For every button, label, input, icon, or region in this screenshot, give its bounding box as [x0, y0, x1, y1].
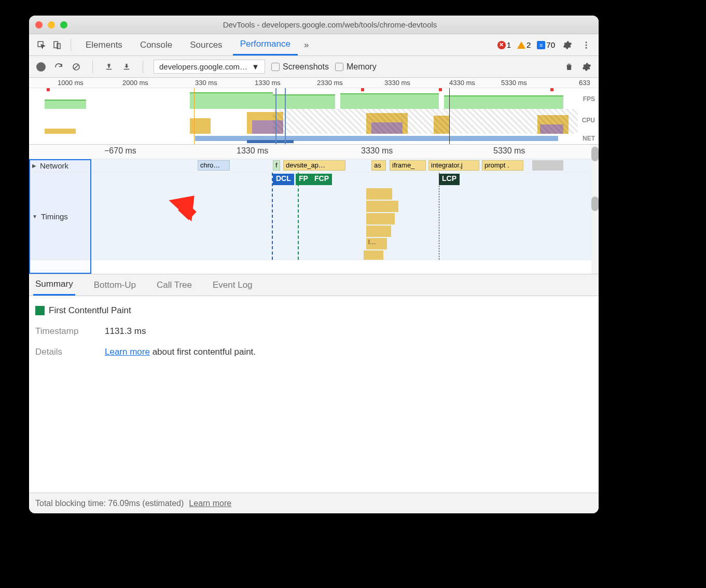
- warning-icon: [517, 41, 525, 49]
- footer-learn-more-link[interactable]: Learn more: [189, 499, 231, 508]
- ruler-tick: 2330 ms: [317, 79, 343, 87]
- screenshots-checkbox[interactable]: Screenshots: [271, 62, 329, 72]
- network-request[interactable]: [532, 160, 563, 171]
- dcl-badge[interactable]: DCL: [273, 174, 294, 185]
- scrollbar-thumb[interactable]: [591, 197, 599, 211]
- capture-settings-icon[interactable]: [581, 61, 592, 73]
- tab-sources[interactable]: Sources: [183, 34, 229, 55]
- ruler-tick: 2000 ms: [122, 79, 148, 87]
- network-request[interactable]: chro…: [198, 160, 230, 171]
- error-count[interactable]: ✕ 1: [497, 40, 511, 49]
- network-request[interactable]: f: [273, 160, 280, 171]
- net-band: [29, 134, 578, 144]
- event-name: First Contentful Paint: [49, 305, 131, 316]
- tab-summary[interactable]: Summary: [33, 274, 75, 296]
- error-icon: ✕: [497, 41, 506, 49]
- clear-button[interactable]: [71, 61, 82, 73]
- details-label: Details: [35, 347, 92, 357]
- ruler-tick: −670 ms: [104, 146, 136, 156]
- network-track-label: Network: [40, 161, 68, 170]
- tab-bottom-up[interactable]: Bottom-Up: [92, 274, 138, 296]
- tab-elements[interactable]: Elements: [78, 34, 130, 55]
- dcl-line: [272, 173, 273, 260]
- warning-count[interactable]: 2: [517, 40, 531, 49]
- details-tail: about first contentful paint.: [150, 347, 256, 357]
- checkbox-icon: [271, 63, 280, 71]
- ruler-tick: 1330 ms: [255, 79, 281, 87]
- warning-count-value: 2: [527, 40, 531, 49]
- timings-track-label: Timings: [41, 212, 68, 221]
- fcp-line: [298, 173, 299, 260]
- maximize-window-button[interactable]: [60, 21, 67, 29]
- record-button[interactable]: [35, 61, 47, 73]
- long-task[interactable]: [366, 226, 391, 237]
- scrollbar-thumb[interactable]: [591, 147, 599, 161]
- tab-performance[interactable]: Performance: [233, 34, 298, 55]
- chevron-down-icon: ▼: [252, 62, 259, 71]
- lcp-badge[interactable]: LCP: [439, 174, 460, 185]
- long-task[interactable]: [366, 188, 392, 200]
- main-tabbar: Elements Console Sources Performance » ✕…: [29, 34, 599, 56]
- network-track: Network chro… f devsite_ap… as iframe_ i…: [29, 159, 599, 173]
- ruler-tick: 3330 ms: [361, 146, 393, 156]
- details-text: Learn more about first contentful paint.: [105, 347, 256, 357]
- settings-icon[interactable]: [561, 39, 574, 51]
- blocking-time-text: Total blocking time: 76.09ms (estimated): [35, 499, 184, 508]
- message-icon: ≡: [537, 41, 545, 49]
- overview-ruler: 1000 ms 2000 ms 330 ms 1330 ms 2330 ms 3…: [29, 78, 599, 88]
- svg-point-3: [586, 41, 587, 43]
- screenshots-label: Screenshots: [283, 62, 329, 72]
- save-profile-button[interactable]: [121, 61, 132, 73]
- profile-select-label: developers.google.com…: [159, 62, 247, 71]
- kebab-menu-icon[interactable]: [580, 39, 592, 51]
- network-request[interactable]: iframe_: [390, 160, 426, 171]
- timings-track-header[interactable]: Timings: [29, 173, 91, 260]
- network-request[interactable]: integrator.j: [428, 160, 479, 171]
- close-window-button[interactable]: [35, 21, 43, 29]
- minimize-window-button[interactable]: [48, 21, 55, 29]
- titlebar: DevTools - developers.google.com/web/too…: [29, 16, 599, 34]
- network-request[interactable]: as: [371, 160, 386, 171]
- event-color-swatch: [35, 306, 45, 315]
- memory-checkbox[interactable]: Memory: [335, 62, 377, 72]
- tab-console[interactable]: Console: [133, 34, 179, 55]
- learn-more-link[interactable]: Learn more: [105, 347, 150, 357]
- long-task[interactable]: l…: [366, 238, 387, 249]
- fcp-badge[interactable]: FCP: [311, 174, 332, 185]
- checkbox-icon: [335, 63, 343, 71]
- overview-timeline[interactable]: 1000 ms 2000 ms 330 ms 1330 ms 2330 ms 3…: [29, 78, 599, 145]
- traffic-lights: [35, 21, 67, 29]
- load-profile-button[interactable]: [103, 61, 115, 73]
- message-count[interactable]: ≡ 70: [537, 40, 555, 49]
- long-task[interactable]: [364, 250, 383, 260]
- ruler-tick: 1000 ms: [58, 79, 84, 87]
- detail-tabbar: Summary Bottom-Up Call Tree Event Log: [29, 274, 599, 296]
- scrollbar-track[interactable]: [591, 145, 599, 274]
- ruler-tick: 633: [579, 79, 590, 87]
- overview-body[interactable]: FPS CPU NET: [29, 88, 599, 144]
- flame-chart[interactable]: −670 ms 1330 ms 3330 ms 5330 ms Network …: [29, 145, 599, 274]
- network-request[interactable]: devsite_ap…: [283, 160, 345, 171]
- net-label: NET: [581, 135, 597, 142]
- tab-event-log[interactable]: Event Log: [211, 274, 255, 296]
- marker-line: [449, 88, 450, 144]
- overflow-tabs-icon[interactable]: »: [301, 40, 312, 50]
- selection-range[interactable]: [275, 88, 286, 144]
- reload-record-button[interactable]: [53, 61, 64, 73]
- inspect-element-icon[interactable]: [35, 39, 48, 51]
- ruler-tick: 1330 ms: [237, 146, 268, 156]
- tab-call-tree[interactable]: Call Tree: [155, 274, 194, 296]
- profile-select[interactable]: developers.google.com… ▼: [154, 60, 265, 74]
- device-toolbar-icon[interactable]: [51, 39, 63, 51]
- trash-button[interactable]: [563, 61, 575, 73]
- fps-band: [29, 88, 578, 109]
- svg-rect-9: [124, 68, 130, 69]
- summary-panel: First Contentful Paint Timestamp 1131.3 …: [29, 296, 599, 493]
- long-task[interactable]: [366, 213, 395, 225]
- network-track-header[interactable]: Network: [29, 159, 91, 172]
- fps-label: FPS: [582, 95, 597, 103]
- timings-track: Timings DCL FP FCP LCP l…: [29, 173, 599, 260]
- ruler-tick: 330 ms: [195, 79, 217, 87]
- long-task[interactable]: [366, 201, 398, 212]
- network-request[interactable]: prompt .: [482, 160, 523, 171]
